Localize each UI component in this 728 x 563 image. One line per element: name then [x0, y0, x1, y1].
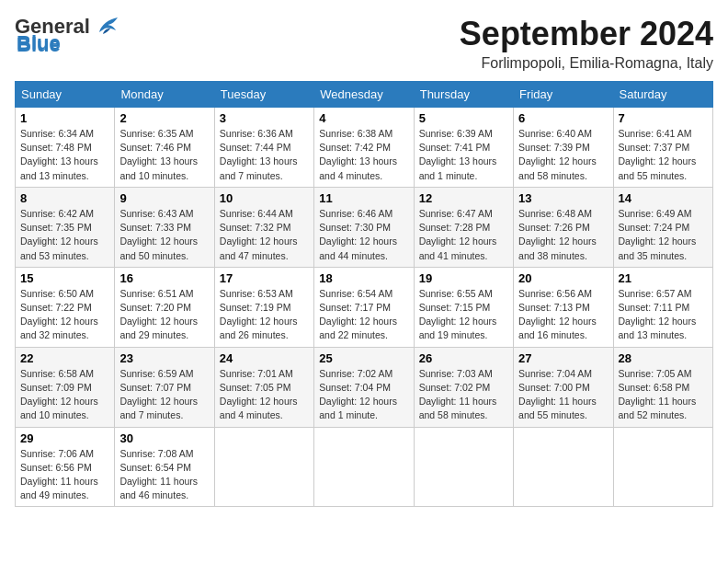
- calendar-cell: 14Sunrise: 6:49 AMSunset: 7:24 PMDayligh…: [613, 187, 712, 267]
- calendar-cell: 18Sunrise: 6:54 AMSunset: 7:17 PMDayligh…: [314, 267, 414, 347]
- calendar-week-row: 15Sunrise: 6:50 AMSunset: 7:22 PMDayligh…: [16, 267, 713, 347]
- day-info: Sunrise: 6:54 AMSunset: 7:17 PMDaylight:…: [319, 287, 408, 343]
- day-of-week-header: Saturday: [613, 82, 712, 108]
- logo: General Blue Blue: [15, 15, 119, 55]
- calendar-cell: [514, 427, 613, 507]
- calendar-cell: 23Sunrise: 6:59 AMSunset: 7:07 PMDayligh…: [115, 347, 214, 427]
- day-info: Sunrise: 6:38 AMSunset: 7:42 PMDaylight:…: [319, 127, 408, 183]
- calendar-cell: 25Sunrise: 7:02 AMSunset: 7:04 PMDayligh…: [314, 347, 414, 427]
- day-number: 8: [20, 191, 109, 205]
- day-number: 13: [518, 191, 608, 205]
- day-number: 6: [518, 111, 608, 125]
- header: General Blue Blue September 2024 Forlimp…: [15, 15, 713, 72]
- day-info: Sunrise: 6:35 AMSunset: 7:46 PMDaylight:…: [119, 127, 209, 183]
- day-info: Sunrise: 7:06 AMSunset: 6:56 PMDaylight:…: [20, 447, 109, 503]
- day-info: Sunrise: 7:03 AMSunset: 7:02 PMDaylight:…: [419, 367, 508, 423]
- day-number: 26: [419, 351, 508, 365]
- calendar-cell: [613, 427, 712, 507]
- day-number: 19: [419, 271, 508, 285]
- calendar-week-row: 29Sunrise: 7:06 AMSunset: 6:56 PMDayligh…: [16, 427, 713, 507]
- calendar-cell: [314, 427, 414, 507]
- day-info: Sunrise: 6:48 AMSunset: 7:26 PMDaylight:…: [518, 207, 608, 263]
- location-title: Forlimpopoli, Emilia-Romagna, Italy: [460, 55, 713, 72]
- calendar-cell: [414, 427, 513, 507]
- calendar-cell: 4Sunrise: 6:38 AMSunset: 7:42 PMDaylight…: [314, 108, 414, 188]
- day-of-week-header: Sunday: [16, 82, 115, 108]
- calendar-cell: 16Sunrise: 6:51 AMSunset: 7:20 PMDayligh…: [115, 267, 214, 347]
- day-of-week-header: Wednesday: [314, 82, 414, 108]
- day-info: Sunrise: 6:53 AMSunset: 7:19 PMDaylight:…: [220, 287, 309, 343]
- day-number: 20: [518, 271, 608, 285]
- day-info: Sunrise: 7:01 AMSunset: 7:05 PMDaylight:…: [220, 367, 309, 423]
- day-info: Sunrise: 6:41 AMSunset: 7:37 PMDaylight:…: [619, 127, 708, 183]
- day-info: Sunrise: 6:49 AMSunset: 7:24 PMDaylight:…: [619, 207, 708, 263]
- day-info: Sunrise: 6:46 AMSunset: 7:30 PMDaylight:…: [319, 207, 408, 263]
- logo-bird-icon: [92, 16, 119, 36]
- calendar-cell: 17Sunrise: 6:53 AMSunset: 7:19 PMDayligh…: [214, 267, 313, 347]
- calendar-cell: 12Sunrise: 6:47 AMSunset: 7:28 PMDayligh…: [414, 187, 513, 267]
- calendar-cell: 24Sunrise: 7:01 AMSunset: 7:05 PMDayligh…: [214, 347, 313, 427]
- calendar-cell: 19Sunrise: 6:55 AMSunset: 7:15 PMDayligh…: [414, 267, 513, 347]
- day-number: 22: [20, 351, 109, 365]
- day-number: 9: [119, 191, 209, 205]
- calendar-cell: 8Sunrise: 6:42 AMSunset: 7:35 PMDaylight…: [16, 187, 115, 267]
- day-info: Sunrise: 6:47 AMSunset: 7:28 PMDaylight:…: [419, 207, 508, 263]
- day-info: Sunrise: 6:39 AMSunset: 7:41 PMDaylight:…: [419, 127, 508, 183]
- day-info: Sunrise: 6:34 AMSunset: 7:48 PMDaylight:…: [20, 127, 109, 183]
- calendar-table: SundayMondayTuesdayWednesdayThursdayFrid…: [15, 81, 713, 507]
- day-info: Sunrise: 6:36 AMSunset: 7:44 PMDaylight:…: [220, 127, 309, 183]
- calendar-header-row: SundayMondayTuesdayWednesdayThursdayFrid…: [16, 82, 713, 108]
- day-info: Sunrise: 6:56 AMSunset: 7:13 PMDaylight:…: [518, 287, 608, 343]
- day-info: Sunrise: 6:51 AMSunset: 7:20 PMDaylight:…: [119, 287, 209, 343]
- calendar-cell: 30Sunrise: 7:08 AMSunset: 6:54 PMDayligh…: [115, 427, 214, 507]
- day-number: 2: [119, 111, 209, 125]
- calendar-cell: 3Sunrise: 6:36 AMSunset: 7:44 PMDaylight…: [214, 108, 313, 188]
- calendar-cell: 22Sunrise: 6:58 AMSunset: 7:09 PMDayligh…: [16, 347, 115, 427]
- day-info: Sunrise: 6:43 AMSunset: 7:33 PMDaylight:…: [119, 207, 209, 263]
- day-number: 18: [319, 271, 408, 285]
- day-info: Sunrise: 6:50 AMSunset: 7:22 PMDaylight:…: [20, 287, 109, 343]
- day-number: 14: [619, 191, 708, 205]
- logo-blue-label: Blue: [17, 31, 61, 55]
- calendar-cell: 1Sunrise: 6:34 AMSunset: 7:48 PMDaylight…: [16, 108, 115, 188]
- calendar-cell: 10Sunrise: 6:44 AMSunset: 7:32 PMDayligh…: [214, 187, 313, 267]
- calendar-cell: 28Sunrise: 7:05 AMSunset: 6:58 PMDayligh…: [613, 347, 712, 427]
- calendar-week-row: 22Sunrise: 6:58 AMSunset: 7:09 PMDayligh…: [16, 347, 713, 427]
- day-number: 1: [20, 111, 109, 125]
- calendar-cell: 15Sunrise: 6:50 AMSunset: 7:22 PMDayligh…: [16, 267, 115, 347]
- day-number: 16: [119, 271, 209, 285]
- calendar-cell: 21Sunrise: 6:57 AMSunset: 7:11 PMDayligh…: [613, 267, 712, 347]
- day-number: 23: [119, 351, 209, 365]
- day-number: 17: [220, 271, 309, 285]
- day-number: 21: [619, 271, 708, 285]
- day-info: Sunrise: 7:04 AMSunset: 7:00 PMDaylight:…: [518, 367, 608, 423]
- calendar-cell: 9Sunrise: 6:43 AMSunset: 7:33 PMDaylight…: [115, 187, 214, 267]
- day-number: 12: [419, 191, 508, 205]
- day-info: Sunrise: 6:55 AMSunset: 7:15 PMDaylight:…: [419, 287, 508, 343]
- calendar-cell: 13Sunrise: 6:48 AMSunset: 7:26 PMDayligh…: [514, 187, 613, 267]
- day-number: 30: [119, 431, 209, 445]
- day-info: Sunrise: 6:57 AMSunset: 7:11 PMDaylight:…: [619, 287, 708, 343]
- day-of-week-header: Friday: [514, 82, 613, 108]
- day-number: 28: [619, 351, 708, 365]
- day-info: Sunrise: 7:05 AMSunset: 6:58 PMDaylight:…: [619, 367, 708, 423]
- day-info: Sunrise: 6:44 AMSunset: 7:32 PMDaylight:…: [220, 207, 309, 263]
- day-of-week-header: Thursday: [414, 82, 513, 108]
- calendar-week-row: 1Sunrise: 6:34 AMSunset: 7:48 PMDaylight…: [16, 108, 713, 188]
- calendar-cell: 2Sunrise: 6:35 AMSunset: 7:46 PMDaylight…: [115, 108, 214, 188]
- day-number: 5: [419, 111, 508, 125]
- day-number: 15: [20, 271, 109, 285]
- calendar-cell: 29Sunrise: 7:06 AMSunset: 6:56 PMDayligh…: [16, 427, 115, 507]
- calendar-week-row: 8Sunrise: 6:42 AMSunset: 7:35 PMDaylight…: [16, 187, 713, 267]
- day-number: 7: [619, 111, 708, 125]
- calendar-cell: 7Sunrise: 6:41 AMSunset: 7:37 PMDaylight…: [613, 108, 712, 188]
- calendar-cell: 26Sunrise: 7:03 AMSunset: 7:02 PMDayligh…: [414, 347, 513, 427]
- calendar-cell: 11Sunrise: 6:46 AMSunset: 7:30 PMDayligh…: [314, 187, 414, 267]
- calendar-cell: [214, 427, 313, 507]
- day-info: Sunrise: 6:42 AMSunset: 7:35 PMDaylight:…: [20, 207, 109, 263]
- calendar-cell: 5Sunrise: 6:39 AMSunset: 7:41 PMDaylight…: [414, 108, 513, 188]
- day-number: 3: [220, 111, 309, 125]
- calendar-cell: 20Sunrise: 6:56 AMSunset: 7:13 PMDayligh…: [514, 267, 613, 347]
- day-number: 25: [319, 351, 408, 365]
- day-of-week-header: Tuesday: [214, 82, 313, 108]
